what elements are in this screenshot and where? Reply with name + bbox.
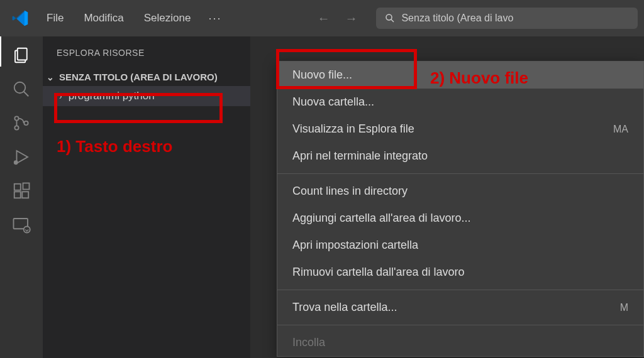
chevron-down-icon: ⌄ (47, 72, 54, 82)
svg-rect-9 (14, 184, 21, 190)
folder-name: programmi python (69, 90, 155, 102)
context-menu-separator (277, 290, 643, 290)
context-menu-item[interactable]: Nuova cartella... (277, 89, 643, 116)
titlebar: File Modifica Selezione ··· ← → Senza ti… (0, 0, 644, 36)
svg-point-0 (386, 14, 392, 20)
search-placeholder: Senza titolo (Area di lavo (401, 13, 513, 24)
svg-point-14 (24, 227, 30, 233)
context-menu-item[interactable]: Apri impostazioni cartella (277, 232, 643, 259)
context-menu-label: Visualizza in Esplora file (292, 122, 414, 136)
context-menu-item[interactable]: Count lines in directory (277, 178, 643, 205)
menu-selezione[interactable]: Selezione (134, 7, 201, 30)
menu-modifica[interactable]: Modifica (74, 7, 133, 30)
context-menu-shortcut: M (620, 302, 628, 313)
svg-line-1 (391, 19, 394, 22)
context-menu-item[interactable]: Trova nella cartella...M (277, 294, 643, 321)
chevron-right-icon: › (59, 91, 62, 101)
svg-point-5 (14, 116, 18, 120)
svg-point-7 (24, 121, 28, 125)
context-menu-label: Aggiungi cartella all'area di lavoro... (292, 212, 471, 225)
activitybar (0, 36, 43, 358)
context-menu-shortcut: MA (613, 124, 628, 135)
search-icon (385, 13, 395, 23)
nav-back-icon[interactable]: ← (317, 11, 330, 26)
context-menu-item: Incolla (277, 329, 643, 356)
svg-line-4 (24, 92, 29, 97)
context-menu-separator (277, 173, 643, 174)
workspace-name: SENZA TITOLO (AREA DI LAVORO) (59, 72, 218, 82)
extensions-icon[interactable] (11, 181, 31, 201)
menu-more-icon[interactable]: ··· (201, 7, 229, 30)
explorer-icon[interactable] (11, 45, 31, 65)
debug-icon[interactable] (11, 147, 31, 167)
nav-forward-icon[interactable]: → (345, 11, 357, 26)
context-menu-item[interactable]: Rimuovi cartella dall'area di lavoro (277, 259, 643, 286)
context-menu-item[interactable]: Visualizza in Esplora fileMA (277, 116, 643, 143)
menu-file[interactable]: File (36, 7, 74, 30)
svg-rect-10 (14, 192, 21, 198)
context-menu-label: Trova nella cartella... (292, 301, 397, 314)
context-menu-item[interactable]: Apri nel terminale integrato (277, 143, 643, 170)
workspace-header[interactable]: ⌄ SENZA TITOLO (AREA DI LAVORO) (43, 68, 250, 86)
svg-point-6 (14, 126, 18, 129)
svg-rect-12 (23, 183, 30, 190)
svg-rect-2 (18, 48, 27, 60)
context-menu-label: Incolla (292, 336, 325, 349)
svg-rect-11 (22, 192, 28, 198)
context-menu-label: Nuova cartella... (292, 95, 374, 109)
context-menu-label: Apri impostazioni cartella (292, 239, 418, 252)
svg-point-8 (14, 161, 18, 164)
svg-point-3 (14, 82, 26, 94)
sidebar: ESPLORA RISORSE ⌄ SENZA TITOLO (AREA DI … (43, 36, 250, 358)
remote-icon[interactable] (11, 215, 31, 235)
context-menu-item[interactable]: Aggiungi cartella all'area di lavoro... (277, 205, 643, 232)
nav-arrows: ← → (317, 11, 357, 26)
search-activity-icon[interactable] (11, 79, 31, 99)
annotation-text-2: 2) Nuovo file (430, 68, 528, 88)
activity-indicator (0, 36, 1, 67)
source-control-icon[interactable] (11, 113, 31, 133)
sidebar-title: ESPLORA RISORSE (43, 48, 250, 68)
context-menu-label: Count lines in directory (292, 185, 408, 198)
context-menu-label: Apri nel terminale integrato (292, 149, 428, 163)
annotation-text-1: 1) Tasto destro (57, 137, 172, 156)
vscode-logo-icon (11, 9, 29, 27)
context-menu-label: Nuovo file... (292, 68, 352, 82)
context-menu-label: Rimuovi cartella dall'area di lavoro (292, 266, 465, 279)
context-menu-separator (277, 325, 643, 325)
search-box[interactable]: Senza titolo (Area di lavo (376, 8, 638, 29)
context-menu: Nuovo file...Nuova cartella...Visualizza… (277, 61, 644, 357)
folder-item[interactable]: › programmi python (43, 86, 250, 106)
